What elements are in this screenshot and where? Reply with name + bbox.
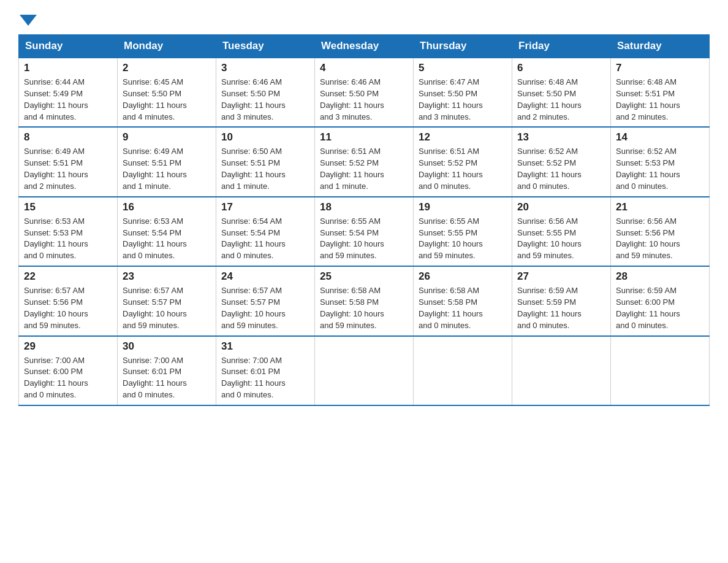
day-number: 5: [419, 62, 507, 74]
day-number: 14: [616, 131, 704, 144]
day-info: Sunrise: 6:49 AMSunset: 5:51 PMDaylight:…: [123, 146, 211, 192]
calendar-cell: 24Sunrise: 6:57 AMSunset: 5:57 PMDayligh…: [216, 266, 315, 335]
day-number: 17: [221, 201, 309, 213]
day-info: Sunrise: 6:55 AMSunset: 5:55 PMDaylight:…: [419, 216, 507, 262]
day-number: 13: [517, 131, 605, 144]
day-info: Sunrise: 6:47 AMSunset: 5:50 PMDaylight:…: [419, 77, 507, 123]
day-number: 22: [24, 270, 112, 283]
calendar-cell: 2Sunrise: 6:45 AMSunset: 5:50 PMDaylight…: [118, 58, 216, 127]
calendar-cell: 4Sunrise: 6:46 AMSunset: 5:50 PMDaylight…: [315, 58, 414, 127]
logo-arrow-icon: [20, 15, 37, 26]
day-info: Sunrise: 6:48 AMSunset: 5:50 PMDaylight:…: [517, 77, 605, 123]
day-info: Sunrise: 6:48 AMSunset: 5:51 PMDaylight:…: [616, 77, 704, 123]
day-info: Sunrise: 6:57 AMSunset: 5:56 PMDaylight:…: [24, 285, 112, 331]
day-info: Sunrise: 6:57 AMSunset: 5:57 PMDaylight:…: [221, 285, 309, 331]
calendar-cell: 13Sunrise: 6:52 AMSunset: 5:52 PMDayligh…: [512, 127, 611, 196]
calendar-cell: 10Sunrise: 6:50 AMSunset: 5:51 PMDayligh…: [216, 127, 315, 196]
calendar-cell: 20Sunrise: 6:56 AMSunset: 5:55 PMDayligh…: [512, 197, 611, 266]
day-number: 3: [221, 62, 309, 74]
calendar-cell: 16Sunrise: 6:53 AMSunset: 5:54 PMDayligh…: [118, 197, 216, 266]
calendar-cell: 21Sunrise: 6:56 AMSunset: 5:56 PMDayligh…: [611, 197, 710, 266]
day-info: Sunrise: 7:00 AMSunset: 6:01 PMDaylight:…: [123, 355, 211, 401]
day-number: 23: [123, 270, 211, 283]
day-number: 11: [320, 131, 408, 144]
day-info: Sunrise: 6:50 AMSunset: 5:51 PMDaylight:…: [221, 146, 309, 192]
header-sunday: Sunday: [19, 35, 118, 58]
day-info: Sunrise: 6:54 AMSunset: 5:54 PMDaylight:…: [221, 216, 309, 262]
header-tuesday: Tuesday: [216, 35, 315, 58]
header-saturday: Saturday: [611, 35, 710, 58]
day-info: Sunrise: 6:56 AMSunset: 5:56 PMDaylight:…: [616, 216, 704, 262]
calendar-cell: 19Sunrise: 6:55 AMSunset: 5:55 PMDayligh…: [414, 197, 512, 266]
day-number: 6: [517, 62, 605, 74]
day-number: 27: [517, 270, 605, 283]
day-number: 20: [517, 201, 605, 213]
day-number: 26: [419, 270, 507, 283]
day-info: Sunrise: 7:00 AMSunset: 6:01 PMDaylight:…: [221, 355, 309, 401]
day-info: Sunrise: 6:46 AMSunset: 5:50 PMDaylight:…: [221, 77, 309, 123]
calendar-cell: 14Sunrise: 6:52 AMSunset: 5:53 PMDayligh…: [611, 127, 710, 196]
day-number: 2: [123, 62, 211, 74]
calendar-cell: 12Sunrise: 6:51 AMSunset: 5:52 PMDayligh…: [414, 127, 512, 196]
day-number: 25: [320, 270, 408, 283]
day-info: Sunrise: 6:52 AMSunset: 5:53 PMDaylight:…: [616, 146, 704, 192]
header-friday: Friday: [512, 35, 611, 58]
day-info: Sunrise: 7:00 AMSunset: 6:00 PMDaylight:…: [24, 355, 112, 401]
day-info: Sunrise: 6:51 AMSunset: 5:52 PMDaylight:…: [320, 146, 408, 192]
calendar-cell: 11Sunrise: 6:51 AMSunset: 5:52 PMDayligh…: [315, 127, 414, 196]
day-number: 9: [123, 131, 211, 144]
calendar-cell: 30Sunrise: 7:00 AMSunset: 6:01 PMDayligh…: [118, 336, 216, 405]
day-number: 19: [419, 201, 507, 213]
calendar-week-row: 29Sunrise: 7:00 AMSunset: 6:00 PMDayligh…: [19, 336, 710, 405]
calendar-cell: 7Sunrise: 6:48 AMSunset: 5:51 PMDaylight…: [611, 58, 710, 127]
day-info: Sunrise: 6:58 AMSunset: 5:58 PMDaylight:…: [419, 285, 507, 331]
day-number: 18: [320, 201, 408, 213]
day-info: Sunrise: 6:49 AMSunset: 5:51 PMDaylight:…: [24, 146, 112, 192]
calendar-table: SundayMondayTuesdayWednesdayThursdayFrid…: [18, 34, 710, 406]
day-info: Sunrise: 6:53 AMSunset: 5:54 PMDaylight:…: [123, 216, 211, 262]
calendar-week-row: 8Sunrise: 6:49 AMSunset: 5:51 PMDaylight…: [19, 127, 710, 196]
day-number: 16: [123, 201, 211, 213]
calendar-cell: 5Sunrise: 6:47 AMSunset: 5:50 PMDaylight…: [414, 58, 512, 127]
day-info: Sunrise: 6:57 AMSunset: 5:57 PMDaylight:…: [123, 285, 211, 331]
day-number: 4: [320, 62, 408, 74]
day-number: 31: [221, 340, 309, 353]
calendar-cell: 6Sunrise: 6:48 AMSunset: 5:50 PMDaylight…: [512, 58, 611, 127]
calendar-cell: 1Sunrise: 6:44 AMSunset: 5:49 PMDaylight…: [19, 58, 118, 127]
day-number: 15: [24, 201, 112, 213]
day-info: Sunrise: 6:46 AMSunset: 5:50 PMDaylight:…: [320, 77, 408, 123]
header-monday: Monday: [118, 35, 216, 58]
day-number: 21: [616, 201, 704, 213]
day-info: Sunrise: 6:56 AMSunset: 5:55 PMDaylight:…: [517, 216, 605, 262]
day-number: 1: [24, 62, 112, 74]
day-info: Sunrise: 6:55 AMSunset: 5:54 PMDaylight:…: [320, 216, 408, 262]
calendar-cell: 25Sunrise: 6:58 AMSunset: 5:58 PMDayligh…: [315, 266, 414, 335]
header-thursday: Thursday: [414, 35, 512, 58]
header-wednesday: Wednesday: [315, 35, 414, 58]
logo: [18, 12, 38, 22]
day-number: 12: [419, 131, 507, 144]
calendar-cell: 8Sunrise: 6:49 AMSunset: 5:51 PMDaylight…: [19, 127, 118, 196]
day-number: 30: [123, 340, 211, 353]
day-number: 24: [221, 270, 309, 283]
calendar-cell: 28Sunrise: 6:59 AMSunset: 6:00 PMDayligh…: [611, 266, 710, 335]
day-info: Sunrise: 6:45 AMSunset: 5:50 PMDaylight:…: [123, 77, 211, 123]
calendar-cell: [611, 336, 710, 405]
calendar-week-row: 15Sunrise: 6:53 AMSunset: 5:53 PMDayligh…: [19, 197, 710, 266]
calendar-cell: 29Sunrise: 7:00 AMSunset: 6:00 PMDayligh…: [19, 336, 118, 405]
day-number: 28: [616, 270, 704, 283]
page-header: [18, 12, 710, 22]
day-number: 8: [24, 131, 112, 144]
calendar-cell: [315, 336, 414, 405]
day-info: Sunrise: 6:53 AMSunset: 5:53 PMDaylight:…: [24, 216, 112, 262]
day-number: 7: [616, 62, 704, 74]
calendar-cell: 27Sunrise: 6:59 AMSunset: 5:59 PMDayligh…: [512, 266, 611, 335]
calendar-cell: 23Sunrise: 6:57 AMSunset: 5:57 PMDayligh…: [118, 266, 216, 335]
day-number: 10: [221, 131, 309, 144]
calendar-cell: 3Sunrise: 6:46 AMSunset: 5:50 PMDaylight…: [216, 58, 315, 127]
day-info: Sunrise: 6:52 AMSunset: 5:52 PMDaylight:…: [517, 146, 605, 192]
day-number: 29: [24, 340, 112, 353]
calendar-cell: 9Sunrise: 6:49 AMSunset: 5:51 PMDaylight…: [118, 127, 216, 196]
calendar-cell: 17Sunrise: 6:54 AMSunset: 5:54 PMDayligh…: [216, 197, 315, 266]
day-info: Sunrise: 6:59 AMSunset: 6:00 PMDaylight:…: [616, 285, 704, 331]
